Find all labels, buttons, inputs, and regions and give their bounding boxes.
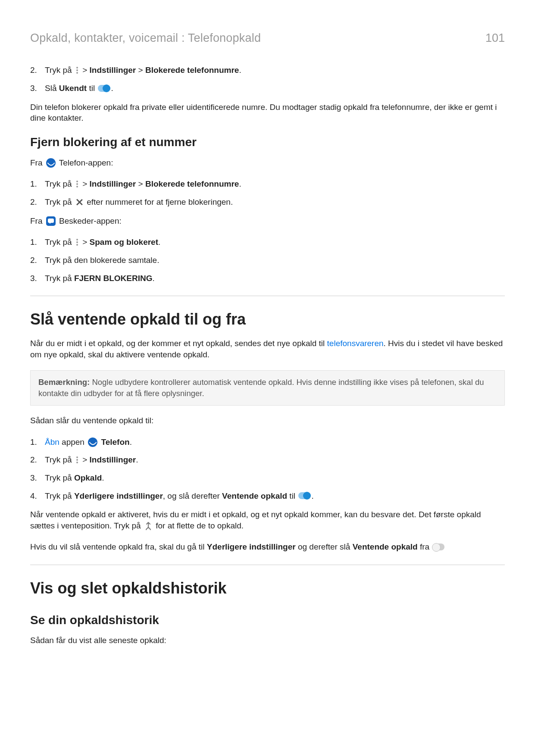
step-number: 2. xyxy=(30,65,45,76)
step-number: 3. xyxy=(30,83,45,94)
step-number: 3. xyxy=(30,273,45,284)
steps-from-messages: 1. Tryk på > Spam og blokeret. 2. Tryk p… xyxy=(30,237,505,284)
phone-app-icon xyxy=(46,158,56,168)
note-box: Bemærkning: Nogle udbydere kontrollerer … xyxy=(30,370,505,406)
step-text: Tryk på Opkald. xyxy=(45,472,505,484)
steps-call-waiting: 1. Åbn appen Telefon. 2. Tryk på > Indst… xyxy=(30,437,505,502)
more-vert-icon xyxy=(75,180,79,188)
step-text: Tryk på Yderligere indstillinger, og slå… xyxy=(45,490,505,502)
more-vert-icon xyxy=(75,66,79,75)
step-number: 1. xyxy=(30,178,45,190)
section-unblock-number: Fjern blokering af et nummer xyxy=(30,134,505,150)
paragraph: Din telefon blokerer opkald fra private … xyxy=(30,102,505,124)
step-text: Slå Ukendt til . xyxy=(45,83,505,94)
more-vert-icon xyxy=(75,456,79,464)
step-number: 2. xyxy=(30,454,45,465)
step-text: Tryk på den blokerede samtale. xyxy=(45,255,505,266)
note-text: Nogle udbydere kontrollerer automatisk v… xyxy=(38,378,484,398)
more-vert-icon xyxy=(75,238,79,247)
step-number: 1. xyxy=(30,237,45,248)
steps-block-unknown: 2. Tryk på > Indstillinger > Blokerede t… xyxy=(30,65,505,94)
howto-line: Sådan slår du ventende opkald til: xyxy=(30,415,505,426)
divider xyxy=(30,296,505,296)
step-text: Tryk på FJERN BLOKERING. xyxy=(45,273,505,284)
page: Opkald, kontakter, voicemail : Telefonop… xyxy=(0,0,535,756)
toggle-on-icon xyxy=(298,492,310,499)
step-text: Tryk på > Indstillinger > Blokerede tele… xyxy=(45,65,505,76)
after-paragraph-1: Når ventende opkald er aktiveret, hvis d… xyxy=(30,509,505,531)
step-text: Tryk på > Indstillinger > Blokerede tele… xyxy=(45,178,505,190)
intro-paragraph: Når du er midt i et opkald, og der komme… xyxy=(30,338,505,360)
section-call-waiting: Slå ventende opkald til og fra xyxy=(30,309,505,330)
voicemail-link[interactable]: telefonsvareren xyxy=(327,339,384,348)
section-call-history: Vis og slet opkaldshistorik xyxy=(30,578,505,599)
from-messages-line: Fra Beskeder-appen: xyxy=(30,216,505,227)
messages-app-icon xyxy=(46,216,56,226)
step-number: 1. xyxy=(30,437,45,448)
close-x-icon xyxy=(75,198,83,206)
merge-calls-icon xyxy=(144,522,152,530)
step-text: Tryk på > Indstillinger. xyxy=(45,454,505,465)
steps-from-phone: 1. Tryk på > Indstillinger > Blokerede t… xyxy=(30,178,505,207)
toggle-off-icon xyxy=(432,544,444,550)
step-number: 2. xyxy=(30,197,45,208)
page-header: Opkald, kontakter, voicemail : Telefonop… xyxy=(30,30,505,46)
step-number: 2. xyxy=(30,255,45,266)
open-link[interactable]: Åbn xyxy=(45,437,59,447)
note-label: Bemærkning: xyxy=(38,378,90,387)
from-phone-line: Fra Telefon-appen: xyxy=(30,157,505,169)
step-text: Åbn appen Telefon. xyxy=(45,437,505,448)
history-intro: Sådan får du vist alle seneste opkald: xyxy=(30,635,505,646)
divider xyxy=(30,565,505,565)
step-number: 4. xyxy=(30,490,45,502)
phone-app-icon xyxy=(88,437,97,447)
step-text: Tryk på > Spam og blokeret. xyxy=(45,237,505,248)
after-paragraph-2: Hvis du vil slå ventende opkald fra, ska… xyxy=(30,541,505,553)
page-number: 101 xyxy=(485,30,505,46)
subsection-view-history: Se din opkaldshistorik xyxy=(30,612,505,628)
step-number: 3. xyxy=(30,472,45,484)
toggle-on-icon xyxy=(98,85,110,92)
breadcrumb: Opkald, kontakter, voicemail : Telefonop… xyxy=(30,30,261,46)
step-text: Tryk på efter nummeret for at fjerne blo… xyxy=(45,197,505,208)
